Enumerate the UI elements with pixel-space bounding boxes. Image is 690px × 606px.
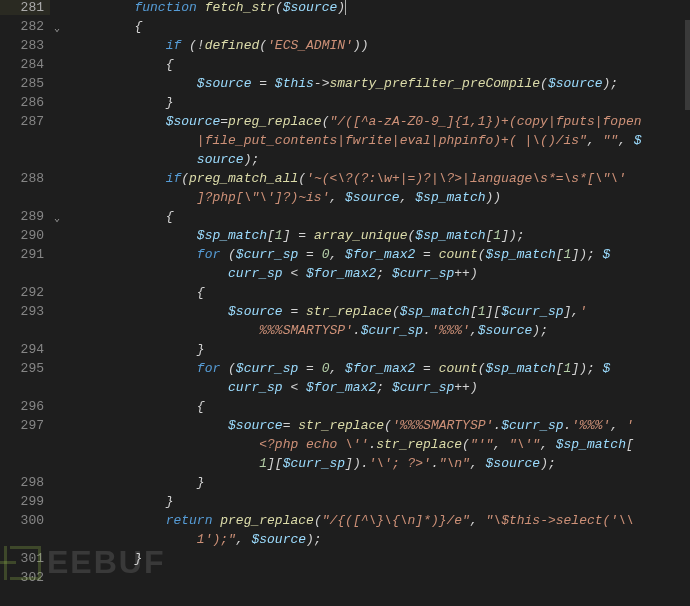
code-line[interactable]: 1][$curr_sp]).'\'; ?>'."\n", $source); (0, 456, 690, 475)
code-line[interactable]: 288 if(preg_match_all('~(<\?(?:\w+|=)?|\… (0, 171, 690, 190)
code-line[interactable]: source); (0, 152, 690, 171)
code-line[interactable]: 293 $source = str_replace($sp_match[1][$… (0, 304, 690, 323)
code-content[interactable]: } (64, 95, 690, 110)
code-line[interactable]: 297 $source= str_replace('%%%SMARTYSP'.$… (0, 418, 690, 437)
code-content[interactable]: { (64, 19, 690, 34)
code-content[interactable]: } (64, 494, 690, 509)
code-line[interactable]: 287 $source=preg_replace("/([^a-zA-Z0-9_… (0, 114, 690, 133)
code-line[interactable]: 282⌄ { (0, 19, 690, 38)
code-content[interactable]: |file_put_contents|fwrite|eval|phpinfo)+… (64, 133, 690, 148)
fold-icon[interactable]: ⌄ (50, 209, 64, 228)
line-number: 282 (0, 19, 50, 34)
token-pun: ( (392, 304, 400, 319)
code-content[interactable]: <?php echo \''.str_replace("'", "\'", $s… (64, 437, 690, 452)
token-pun: = (298, 247, 321, 262)
code-line[interactable]: %%%SMARTYSP'.$curr_sp.'%%%',$source); (0, 323, 690, 342)
code-line[interactable]: 291 for ($curr_sp = 0, $for_max2 = count… (0, 247, 690, 266)
token-var: $for_max2 (306, 380, 376, 395)
fold-icon[interactable]: ⌄ (50, 19, 64, 38)
token-fn: str_replace (298, 418, 384, 433)
token-var: $source (166, 114, 221, 129)
code-content[interactable]: if(preg_match_all('~(<\?(?:\w+|=)?|\?>|l… (64, 171, 690, 186)
code-content[interactable]: $source = str_replace($sp_match[1][$curr… (64, 304, 690, 319)
token-kw: for (197, 361, 220, 376)
token-pun: ++) (454, 266, 477, 281)
token-str: '%%%' (571, 418, 610, 433)
code-line[interactable]: 284 { (0, 57, 690, 76)
code-content[interactable]: ]?php[\"\']?)~is', $source, $sp_match)) (64, 190, 690, 205)
code-line[interactable]: curr_sp < $for_max2; $curr_sp++) (0, 380, 690, 399)
token-pun: )) (486, 190, 502, 205)
token-pun: < (283, 266, 306, 281)
code-content[interactable]: { (64, 57, 690, 72)
code-line[interactable]: 285 $source = $this->smarty_prefilter_pr… (0, 76, 690, 95)
token-var: $source (197, 76, 252, 91)
code-editor[interactable]: 281 function fetch_str($source)282⌄ {283… (0, 0, 690, 606)
line-number: 297 (0, 418, 50, 433)
token-pun: { (166, 57, 174, 72)
token-num: 1 (259, 456, 267, 471)
token-pun: ( (275, 0, 283, 15)
token-var: $this (275, 76, 314, 91)
code-content[interactable]: return preg_replace("/{([^\}\{\n]*)}/e",… (64, 513, 690, 528)
line-number: 290 (0, 228, 50, 243)
token-var: $curr_sp (361, 323, 423, 338)
vertical-scrollbar[interactable] (685, 0, 690, 606)
code-line[interactable]: 294 } (0, 342, 690, 361)
code-line[interactable]: |file_put_contents|fwrite|eval|phpinfo)+… (0, 133, 690, 152)
code-line[interactable]: 299 } (0, 494, 690, 513)
code-content[interactable]: { (64, 209, 690, 224)
token-pun: -> (314, 76, 330, 91)
code-line[interactable]: ]?php[\"\']?)~is', $source, $sp_match)) (0, 190, 690, 209)
code-line[interactable]: 292 { (0, 285, 690, 304)
code-content[interactable]: %%%SMARTYSP'.$curr_sp.'%%%',$source); (64, 323, 690, 338)
token-fn: preg_replace (228, 114, 322, 129)
code-content[interactable]: $sp_match[1] = array_unique($sp_match[1]… (64, 228, 690, 243)
scrollbar-thumb[interactable] (685, 20, 690, 110)
token-var: source (197, 152, 244, 167)
code-content[interactable]: { (64, 285, 690, 300)
token-pun: } (197, 475, 205, 490)
code-line[interactable]: 289⌄ { (0, 209, 690, 228)
token-var: curr_sp (228, 380, 283, 395)
token-pun: ( (478, 247, 486, 262)
code-content[interactable]: curr_sp < $for_max2; $curr_sp++) (64, 380, 690, 395)
code-line[interactable]: 296 { (0, 399, 690, 418)
token-var: $sp_match (415, 190, 485, 205)
code-content[interactable]: $source = $this->smarty_prefilter_preCom… (64, 76, 690, 91)
token-var: $source (251, 532, 306, 547)
code-line[interactable]: 286 } (0, 95, 690, 114)
code-content[interactable]: { (64, 399, 690, 414)
code-content[interactable]: $source=preg_replace("/([^a-zA-Z0-9_]{1,… (64, 114, 690, 129)
code-content[interactable]: } (64, 342, 690, 357)
token-pun: [ (470, 304, 478, 319)
token-var: $sp_match (486, 247, 556, 262)
code-line[interactable]: <?php echo \''.str_replace("'", "\'", $s… (0, 437, 690, 456)
code-line[interactable]: 290 $sp_match[1] = array_unique($sp_matc… (0, 228, 690, 247)
code-line[interactable]: 283 if (!defined('ECS_ADMIN')) (0, 38, 690, 57)
token-pun: ( (462, 437, 470, 452)
code-line[interactable]: 281 function fetch_str($source) (0, 0, 690, 19)
token-str: '~(<\?(?:\w+|=)?|\?>|language\s*=\s*[\"\… (306, 171, 626, 186)
code-content[interactable]: } (64, 475, 690, 490)
token-pun: . (423, 323, 431, 338)
code-content[interactable]: $source= str_replace('%%%SMARTYSP'.$curr… (64, 418, 690, 433)
code-line[interactable]: curr_sp < $for_max2; $curr_sp++) (0, 266, 690, 285)
token-kw: function (134, 0, 196, 15)
code-content[interactable]: for ($curr_sp = 0, $for_max2 = count($sp… (64, 247, 690, 262)
token-pun: ]). (345, 456, 368, 471)
code-line[interactable]: 300 return preg_replace("/{([^\}\{\n]*)}… (0, 513, 690, 532)
code-area[interactable]: 281 function fetch_str($source)282⌄ {283… (0, 0, 690, 589)
code-line[interactable]: 298 } (0, 475, 690, 494)
token-pun: = (283, 418, 299, 433)
code-content[interactable]: if (!defined('ECS_ADMIN')) (64, 38, 690, 53)
code-content[interactable]: source); (64, 152, 690, 167)
code-content[interactable]: for ($curr_sp = 0, $for_max2 = count($sp… (64, 361, 690, 376)
token-pun: ]); (571, 361, 602, 376)
code-content[interactable]: curr_sp < $for_max2; $curr_sp++) (64, 266, 690, 281)
code-line[interactable]: 295 for ($curr_sp = 0, $for_max2 = count… (0, 361, 690, 380)
token-var: $ (603, 247, 611, 262)
token-var: $sp_match (415, 228, 485, 243)
code-content[interactable]: function fetch_str($source) (64, 0, 690, 15)
code-content[interactable]: 1][$curr_sp]).'\'; ?>'."\n", $source); (64, 456, 690, 471)
